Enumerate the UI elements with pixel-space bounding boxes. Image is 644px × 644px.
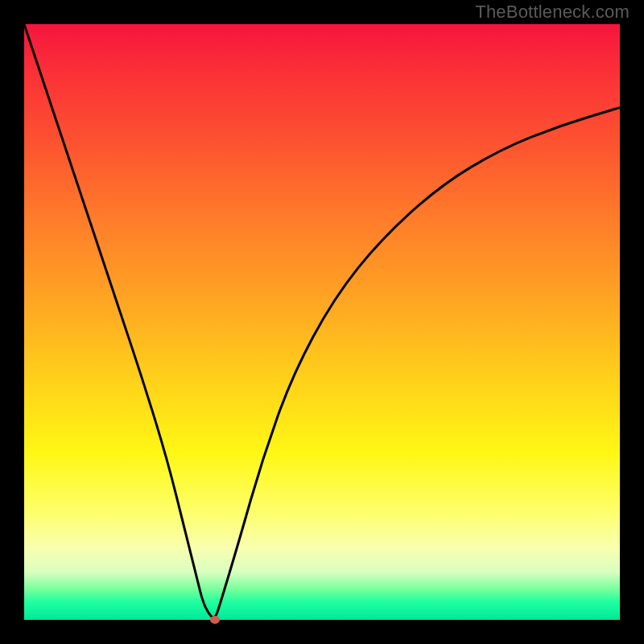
bottleneck-curve-path [24,24,620,617]
plot-area [24,24,620,620]
chart-frame: TheBottleneck.com [0,0,644,644]
curve-svg [24,24,620,620]
min-marker-dot [210,616,220,624]
watermark-text: TheBottleneck.com [475,2,630,23]
